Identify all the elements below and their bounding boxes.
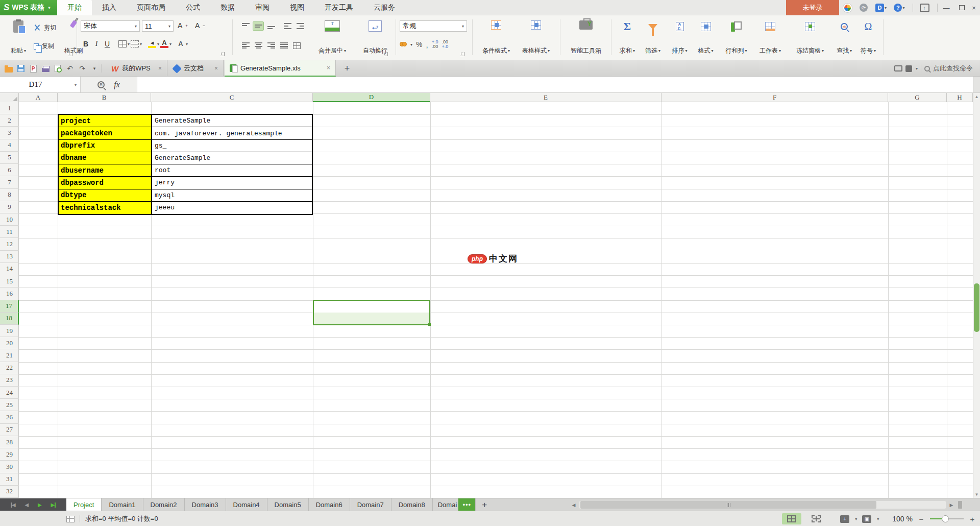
- prev-sheet-icon[interactable]: ◀: [24, 502, 29, 508]
- decrease-indent-icon[interactable]: [282, 21, 293, 31]
- print-icon[interactable]: [41, 64, 50, 73]
- page-break-view-button[interactable]: [806, 513, 826, 524]
- clear-format-icon[interactable]: A: [177, 41, 185, 47]
- column-header-B[interactable]: B: [58, 93, 151, 102]
- doc-tab-1[interactable]: W我的WPS×: [106, 60, 167, 77]
- row-number-31[interactable]: 31: [0, 473, 19, 486]
- menu-tab-数据[interactable]: 数据: [210, 0, 245, 15]
- docer-menu-button[interactable]: D▾: [874, 3, 888, 13]
- maximize-button[interactable]: [954, 0, 969, 15]
- wrap-text-button[interactable]: ⮐ 自动换行: [357, 18, 393, 57]
- row-number-3[interactable]: 3: [0, 127, 19, 139]
- close-tab-icon[interactable]: ×: [214, 65, 218, 72]
- export-pdf-icon[interactable]: P: [29, 64, 38, 73]
- row-number-17[interactable]: 17: [0, 300, 19, 313]
- play-on-monitor-icon[interactable]: [894, 65, 902, 71]
- menu-tab-审阅[interactable]: 审阅: [245, 0, 280, 15]
- worksheet-button[interactable]: 工作表▾: [754, 18, 787, 57]
- smart-toolbox-button[interactable]: Y 智能工具箱: [564, 18, 608, 57]
- row-number-5[interactable]: 5: [0, 152, 19, 164]
- redo-icon[interactable]: ↷: [78, 64, 87, 73]
- minimize-button[interactable]: —: [939, 0, 953, 15]
- fill-handle[interactable]: [428, 323, 431, 326]
- increase-indent-icon[interactable]: [295, 21, 306, 31]
- menu-tab-插入[interactable]: 插入: [92, 0, 127, 15]
- freeze-panes-button[interactable]: 冻结窗格▾: [788, 18, 832, 57]
- table-value-cell[interactable]: GenerateSample: [152, 152, 312, 164]
- row-number-9[interactable]: 9: [0, 201, 19, 213]
- table-value-cell[interactable]: jeeeu: [152, 202, 312, 214]
- rows-columns-button[interactable]: 行和列▾: [720, 18, 753, 57]
- table-value-cell[interactable]: jerry: [152, 177, 312, 188]
- sheet-tab-Domain4[interactable]: Domain4: [226, 498, 267, 511]
- close-button[interactable]: ×: [968, 0, 980, 15]
- column-header-C[interactable]: C: [151, 93, 313, 102]
- align-center-button[interactable]: [253, 41, 264, 50]
- menu-tab-开始[interactable]: 开始: [57, 0, 92, 15]
- open-file-icon[interactable]: [4, 64, 13, 73]
- sort-button[interactable]: AZ↓排序▾: [667, 18, 692, 57]
- custom-view-icon[interactable]: +: [840, 515, 849, 523]
- next-sheet-icon[interactable]: ▶: [38, 502, 42, 508]
- grid-body[interactable]: 1234567891011121314151617181920212223242…: [0, 102, 973, 498]
- menu-tab-公式[interactable]: 公式: [176, 0, 210, 15]
- select-all-corner[interactable]: [0, 93, 19, 102]
- currency-icon[interactable]: [400, 41, 407, 48]
- table-key-cell[interactable]: dbprefix: [59, 140, 152, 152]
- comma-style-button[interactable]: ,: [426, 40, 428, 49]
- number-format-select[interactable]: 常规▾: [400, 20, 467, 32]
- table-value-cell[interactable]: gs_: [152, 140, 312, 152]
- font-size-select[interactable]: 11▾: [142, 20, 174, 32]
- table-value-cell[interactable]: com. javaforever. generatesample: [152, 127, 312, 139]
- login-button[interactable]: 未登录: [786, 0, 839, 15]
- justify-button[interactable]: [278, 41, 289, 50]
- table-style-button[interactable]: 表格样式▾: [517, 18, 555, 57]
- table-value-cell[interactable]: GenerateSample: [152, 115, 312, 127]
- last-sheet-icon[interactable]: ▶: [51, 502, 56, 508]
- hscroll-right-icon[interactable]: ▶: [947, 500, 956, 510]
- row-number-20[interactable]: 20: [0, 337, 19, 349]
- column-header-D[interactable]: D: [313, 93, 430, 102]
- row-number-11[interactable]: 11: [0, 226, 19, 238]
- row-number-16[interactable]: 16: [0, 288, 19, 300]
- borders-icon[interactable]: [118, 40, 127, 47]
- vertical-scrollbar[interactable]: ▲ ▼: [973, 93, 980, 498]
- row-number-21[interactable]: 21: [0, 349, 19, 362]
- font-dialog-launcher[interactable]: [220, 52, 225, 56]
- close-tab-icon[interactable]: ×: [158, 65, 162, 72]
- column-header-H[interactable]: H: [947, 93, 973, 102]
- zoom-in-button[interactable]: +: [969, 515, 976, 523]
- normal-view-button[interactable]: [782, 513, 801, 524]
- sheet-tab-Domain3[interactable]: Domain3: [185, 498, 226, 511]
- vertical-scroll-thumb[interactable]: [974, 283, 979, 332]
- row-number-7[interactable]: 7: [0, 176, 19, 188]
- horizontal-scrollbar[interactable]: ◀ ▶: [569, 500, 962, 510]
- quick-access-caret-icon[interactable]: ▾: [90, 64, 99, 73]
- layout-switch-icon[interactable]: [905, 65, 912, 72]
- clear-format-caret[interactable]: ▾: [186, 42, 188, 46]
- formula-search-icon[interactable]: R: [97, 81, 105, 88]
- menu-tab-视图[interactable]: 视图: [280, 0, 314, 15]
- font-color-caret[interactable]: ▾: [169, 42, 172, 46]
- undo-icon[interactable]: ↶: [65, 64, 75, 73]
- currency-caret[interactable]: ▾: [410, 42, 412, 47]
- row-number-30[interactable]: 30: [0, 461, 19, 473]
- selection-stats-icon[interactable]: [66, 516, 75, 522]
- active-cell-d17[interactable]: [314, 301, 429, 313]
- more-sheets-button[interactable]: •••: [458, 498, 476, 511]
- sheet-tab-Domai[interactable]: Domai: [433, 498, 459, 511]
- zoom-out-button[interactable]: −: [918, 515, 925, 523]
- first-sheet-icon[interactable]: ◀: [11, 502, 16, 508]
- font-color-icon[interactable]: A: [160, 40, 168, 48]
- name-box[interactable]: D17 ▾: [0, 77, 81, 92]
- row-number-4[interactable]: 4: [0, 139, 19, 152]
- table-value-cell[interactable]: root: [152, 164, 312, 176]
- increase-decimal-button[interactable]: +.0.00: [432, 40, 438, 49]
- table-key-cell[interactable]: dbname: [59, 152, 152, 164]
- font-grow-button[interactable]: A+: [178, 21, 188, 30]
- help-menu-button[interactable]: ?▾: [892, 3, 906, 13]
- row-number-14[interactable]: 14: [0, 263, 19, 275]
- bold-button[interactable]: B: [81, 40, 91, 48]
- table-value-cell[interactable]: mysql: [152, 189, 312, 201]
- row-number-1[interactable]: 1: [0, 102, 19, 114]
